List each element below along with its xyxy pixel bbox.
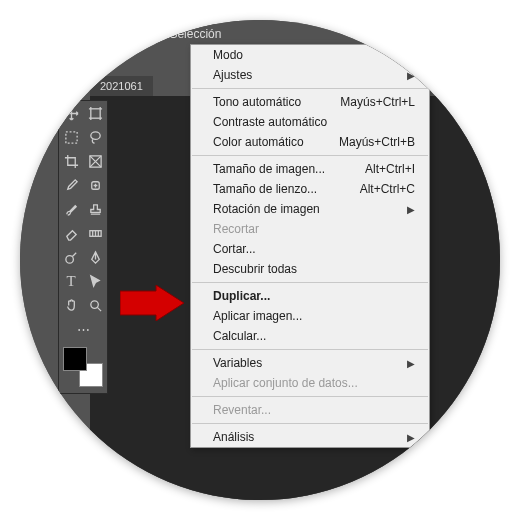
lasso-tool-icon[interactable] bbox=[83, 125, 107, 149]
svg-rect-0 bbox=[90, 108, 99, 117]
menu-texto[interactable]: Texto bbox=[111, 24, 160, 44]
menu-separator bbox=[192, 155, 428, 156]
pen-tool-icon[interactable] bbox=[83, 245, 107, 269]
svg-marker-8 bbox=[120, 285, 184, 321]
menu-separator bbox=[192, 423, 428, 424]
svg-point-7 bbox=[90, 300, 98, 308]
shortcut-label: Alt+Ctrl+C bbox=[360, 182, 415, 196]
menu-item-analisis[interactable]: Análisis▶ bbox=[191, 427, 429, 447]
menu-item-reventar: Reventar... bbox=[191, 400, 429, 420]
menu-item-contraste-auto[interactable]: Contraste automático bbox=[191, 112, 429, 132]
chevron-right-icon: ▶ bbox=[407, 50, 415, 61]
toolbox: T ⋯ bbox=[58, 100, 108, 394]
menu-bar: ción Imagen Capa Texto Selección bbox=[20, 24, 231, 44]
stamp-tool-icon[interactable] bbox=[83, 197, 107, 221]
svg-point-6 bbox=[65, 255, 73, 263]
chevron-right-icon: ▶ bbox=[407, 358, 415, 369]
menu-separator bbox=[192, 396, 428, 397]
menu-item-color-auto[interactable]: Color automáticoMayús+Ctrl+B bbox=[191, 132, 429, 152]
svg-point-2 bbox=[90, 131, 99, 139]
shortcut-label: Mayús+Ctrl+L bbox=[340, 95, 415, 109]
menu-item-aplicar-datos: Aplicar conjunto de datos... bbox=[191, 373, 429, 393]
move-tool-icon[interactable] bbox=[59, 101, 83, 125]
menu-item-rotacion[interactable]: Rotación de imagen▶ bbox=[191, 199, 429, 219]
menu-item-descubrir[interactable]: Descubrir todas bbox=[191, 259, 429, 279]
menu-item-calcular[interactable]: Calcular... bbox=[191, 326, 429, 346]
path-select-tool-icon[interactable] bbox=[83, 269, 107, 293]
menu-separator bbox=[192, 88, 428, 89]
menu-item-cortar[interactable]: Cortar... bbox=[191, 239, 429, 259]
menu-item-modo[interactable]: Modo▶ bbox=[191, 45, 429, 65]
options-bar: ✓ s bbox=[70, 48, 94, 60]
menu-item-variables[interactable]: Variables▶ bbox=[191, 353, 429, 373]
eyedropper-tool-icon[interactable] bbox=[59, 173, 83, 197]
menu-item-tamano-lienzo[interactable]: Tamaño de lienzo...Alt+Ctrl+C bbox=[191, 179, 429, 199]
menu-item-recortar: Recortar bbox=[191, 219, 429, 239]
menu-capa[interactable]: Capa bbox=[62, 24, 111, 44]
color-swatches[interactable] bbox=[63, 347, 103, 387]
frame-tool-icon[interactable] bbox=[83, 149, 107, 173]
menu-item-ajustes[interactable]: Ajustes▶ bbox=[191, 65, 429, 85]
more-tools-icon[interactable]: ⋯ bbox=[59, 317, 107, 341]
menu-item-tamano-imagen[interactable]: Tamaño de imagen...Alt+Ctrl+I bbox=[191, 159, 429, 179]
option-checkbox[interactable]: ✓ bbox=[70, 48, 82, 60]
eraser-tool-icon[interactable] bbox=[59, 221, 83, 245]
app-window: ción Imagen Capa Texto Selección ✓ s 202… bbox=[20, 20, 500, 500]
type-tool-icon[interactable]: T bbox=[59, 269, 83, 293]
brush-tool-icon[interactable] bbox=[59, 197, 83, 221]
gradient-tool-icon[interactable] bbox=[83, 221, 107, 245]
crop-tool-icon[interactable] bbox=[59, 149, 83, 173]
menu-imagen[interactable]: Imagen bbox=[20, 24, 62, 44]
hand-tool-icon[interactable] bbox=[59, 293, 83, 317]
menu-item-aplicar-imagen[interactable]: Aplicar imagen... bbox=[191, 306, 429, 326]
chevron-right-icon: ▶ bbox=[407, 204, 415, 215]
foreground-color-swatch[interactable] bbox=[63, 347, 87, 371]
option-label: s bbox=[88, 48, 94, 60]
svg-rect-1 bbox=[65, 131, 76, 142]
chevron-right-icon: ▶ bbox=[407, 70, 415, 81]
shortcut-label: Mayús+Ctrl+B bbox=[339, 135, 415, 149]
menu-item-tono-auto[interactable]: Tono automáticoMayús+Ctrl+L bbox=[191, 92, 429, 112]
marquee-tool-icon[interactable] bbox=[59, 125, 83, 149]
menu-item-duplicar[interactable]: Duplicar... bbox=[191, 286, 429, 306]
chevron-right-icon: ▶ bbox=[407, 432, 415, 443]
shortcut-label: Alt+Ctrl+I bbox=[365, 162, 415, 176]
artboard-tool-icon[interactable] bbox=[83, 101, 107, 125]
dodge-tool-icon[interactable] bbox=[59, 245, 83, 269]
red-arrow-annotation bbox=[120, 285, 184, 325]
healing-tool-icon[interactable] bbox=[83, 173, 107, 197]
document-tab[interactable]: 2021061 bbox=[90, 76, 153, 96]
imagen-dropdown-menu: Modo▶ Ajustes▶ Tono automáticoMayús+Ctrl… bbox=[190, 44, 430, 448]
zoom-tool-icon[interactable] bbox=[83, 293, 107, 317]
menu-seleccion[interactable]: Selección bbox=[159, 24, 231, 44]
menu-separator bbox=[192, 282, 428, 283]
menu-separator bbox=[192, 349, 428, 350]
